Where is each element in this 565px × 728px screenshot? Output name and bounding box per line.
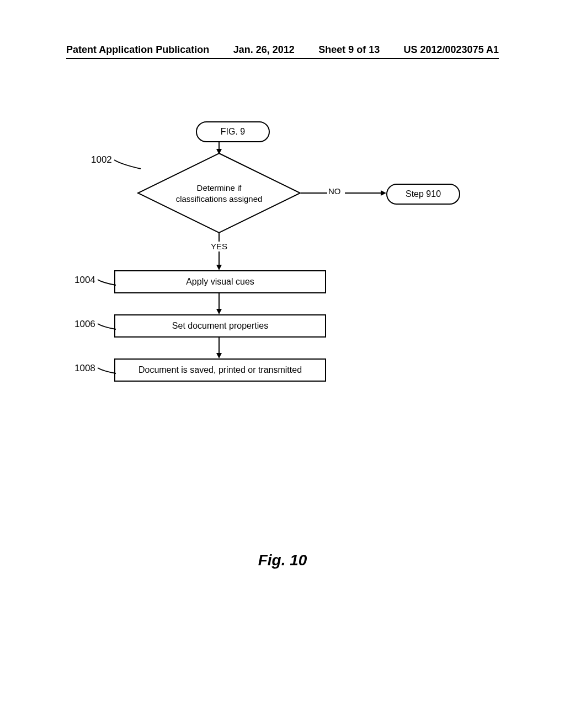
- leader-line-icon: [113, 159, 143, 170]
- sheet-number: Sheet 9 of 13: [318, 44, 380, 56]
- process-1004: Apply visual cues: [114, 270, 326, 293]
- publication-type: Patent Application Publication: [66, 44, 209, 56]
- reference-1006: 1006: [74, 319, 95, 330]
- leader-line-icon: [97, 279, 119, 286]
- arrow-head-icon: [216, 309, 222, 314]
- process-1008: Document is saved, printed or transmitte…: [114, 358, 326, 382]
- yes-label: YES: [211, 242, 227, 251]
- header-divider: [66, 58, 499, 59]
- reference-1002: 1002: [91, 154, 112, 165]
- reference-1008: 1008: [74, 363, 95, 374]
- arrow-head-icon: [216, 265, 222, 270]
- leader-line-icon: [97, 367, 119, 374]
- arrow-head-icon: [216, 353, 222, 358]
- process-1006: Set document properties: [114, 314, 326, 338]
- decision-diamond: Determine if classifications assigned: [136, 152, 302, 234]
- publication-date: Jan. 26, 2012: [233, 44, 295, 56]
- page-header: Patent Application Publication Jan. 26, …: [0, 44, 565, 56]
- arrow-line: [345, 192, 383, 194]
- decision-text: Determine if classifications assigned: [136, 183, 302, 204]
- process-1006-label: Set document properties: [172, 321, 268, 330]
- terminator-start: FIG. 9: [196, 121, 270, 142]
- no-label: NO: [328, 186, 341, 196]
- leader-line-icon: [97, 323, 119, 330]
- process-1004-label: Apply visual cues: [186, 277, 254, 286]
- process-1008-label: Document is saved, printed or transmitte…: [138, 365, 302, 374]
- publication-number: US 2012/0023075 A1: [404, 44, 499, 56]
- terminator-start-label: FIG. 9: [221, 127, 245, 136]
- figure-caption: Fig. 10: [0, 552, 565, 569]
- terminator-step910-label: Step 910: [406, 189, 441, 199]
- arrow-line: [301, 192, 327, 194]
- reference-1004: 1004: [74, 275, 95, 286]
- arrow-head-icon: [381, 190, 386, 196]
- arrow-line: [218, 233, 220, 242]
- terminator-step910: Step 910: [386, 184, 460, 205]
